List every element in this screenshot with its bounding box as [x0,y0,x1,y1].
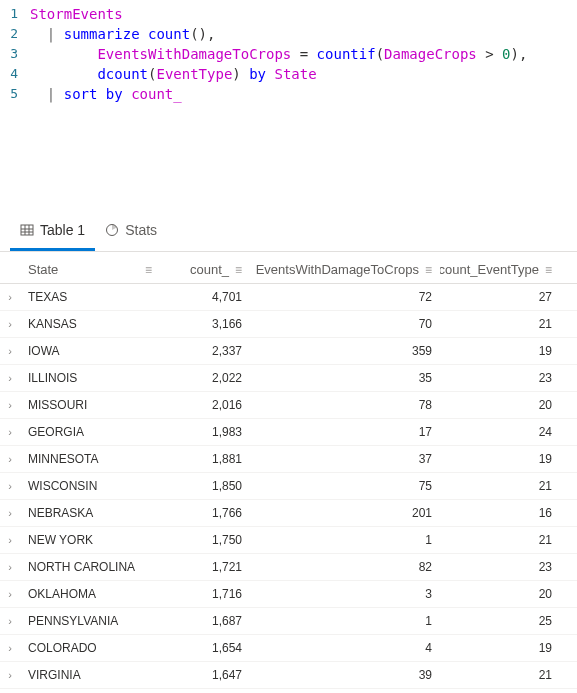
column-header-dcount[interactable]: dcount_EventType ≡ [440,262,560,277]
expand-row-icon[interactable]: › [0,534,20,546]
tab-stats-label: Stats [125,222,157,238]
column-header-label: count_ [190,262,229,277]
cell-state: OKLAHOMA [20,587,160,601]
expand-row-icon[interactable]: › [0,318,20,330]
cell-dcount: 25 [440,614,560,628]
cell-damage: 201 [250,506,440,520]
menu-icon[interactable]: ≡ [545,263,552,277]
column-header-label: State [28,262,58,277]
cell-count: 2,337 [160,344,250,358]
table-row[interactable]: ›NORTH CAROLINA1,7218223 [0,554,577,581]
line-number: 2 [0,24,30,44]
cell-damage: 70 [250,317,440,331]
column-header-label: EventsWithDamageToCrops [256,262,419,277]
cell-dcount: 20 [440,398,560,412]
code-line[interactable]: 2 | summarize count(), [0,24,577,44]
results-table: State ≡ count_ ≡ EventsWithDamageToCrops… [0,252,577,693]
cell-count: 1,850 [160,479,250,493]
column-header-state[interactable]: State ≡ [20,262,160,277]
table-row[interactable]: ›ILLINOIS2,0223523 [0,365,577,392]
cell-damage: 359 [250,344,440,358]
expand-row-icon[interactable]: › [0,642,20,654]
code-content[interactable]: StormEvents [30,4,577,24]
cell-state: MISSOURI [20,398,160,412]
cell-damage: 39 [250,668,440,682]
code-line[interactable]: 3 EventsWithDamageToCrops = countif(Dama… [0,44,577,64]
cell-dcount: 19 [440,344,560,358]
cell-count: 2,022 [160,371,250,385]
spacer [0,114,577,214]
cell-dcount: 27 [440,290,560,304]
code-content[interactable]: | sort by count_ [30,84,577,104]
cell-dcount: 21 [440,479,560,493]
table-row[interactable]: ›MICHIGAN1,637722 [0,689,577,693]
line-number: 4 [0,64,30,84]
expand-row-icon[interactable]: › [0,480,20,492]
table-header-row: State ≡ count_ ≡ EventsWithDamageToCrops… [0,256,577,284]
cell-damage: 72 [250,290,440,304]
cell-state: WISCONSIN [20,479,160,493]
cell-state: ILLINOIS [20,371,160,385]
table-row[interactable]: ›COLORADO1,654419 [0,635,577,662]
menu-icon[interactable]: ≡ [145,263,152,277]
cell-count: 1,750 [160,533,250,547]
table-row[interactable]: ›KANSAS3,1667021 [0,311,577,338]
expand-row-icon[interactable]: › [0,426,20,438]
table-row[interactable]: ›OKLAHOMA1,716320 [0,581,577,608]
expand-row-icon[interactable]: › [0,453,20,465]
code-line[interactable]: 1StormEvents [0,4,577,24]
cell-dcount: 21 [440,317,560,331]
table-row[interactable]: ›PENNSYLVANIA1,687125 [0,608,577,635]
table-row[interactable]: ›WISCONSIN1,8507521 [0,473,577,500]
column-header-damage[interactable]: EventsWithDamageToCrops ≡ [250,262,440,277]
expand-row-icon[interactable]: › [0,669,20,681]
cell-count: 1,721 [160,560,250,574]
expand-row-icon[interactable]: › [0,372,20,384]
svg-rect-0 [21,225,33,235]
table-row[interactable]: ›GEORGIA1,9831724 [0,419,577,446]
table-row[interactable]: ›MINNESOTA1,8813719 [0,446,577,473]
line-number: 5 [0,84,30,104]
column-header-count[interactable]: count_ ≡ [160,262,250,277]
cell-count: 4,701 [160,290,250,304]
expand-header [0,262,20,277]
expand-row-icon[interactable]: › [0,345,20,357]
expand-row-icon[interactable]: › [0,561,20,573]
code-content[interactable]: | summarize count(), [30,24,577,44]
expand-row-icon[interactable]: › [0,291,20,303]
table-icon [20,223,34,237]
table-row[interactable]: ›NEBRASKA1,76620116 [0,500,577,527]
tab-stats[interactable]: Stats [95,214,167,251]
table-row[interactable]: ›TEXAS4,7017227 [0,284,577,311]
menu-icon[interactable]: ≡ [235,263,242,277]
cell-count: 2,016 [160,398,250,412]
expand-row-icon[interactable]: › [0,507,20,519]
table-row[interactable]: ›NEW YORK1,750121 [0,527,577,554]
tab-table-label: Table 1 [40,222,85,238]
expand-row-icon[interactable]: › [0,399,20,411]
table-row[interactable]: ›MISSOURI2,0167820 [0,392,577,419]
tab-table[interactable]: Table 1 [10,214,95,251]
code-editor[interactable]: 1StormEvents2 | summarize count(),3 Even… [0,0,577,114]
code-content[interactable]: dcount(EventType) by State [30,64,577,84]
cell-count: 1,983 [160,425,250,439]
cell-state: TEXAS [20,290,160,304]
cell-state: KANSAS [20,317,160,331]
expand-row-icon[interactable]: › [0,615,20,627]
cell-damage: 37 [250,452,440,466]
table-row[interactable]: ›VIRGINIA1,6473921 [0,662,577,689]
code-line[interactable]: 4 dcount(EventType) by State [0,64,577,84]
stats-icon [105,223,119,237]
table-row[interactable]: ›IOWA2,33735919 [0,338,577,365]
cell-state: NEW YORK [20,533,160,547]
cell-dcount: 24 [440,425,560,439]
cell-damage: 78 [250,398,440,412]
cell-dcount: 23 [440,371,560,385]
cell-dcount: 23 [440,560,560,574]
menu-icon[interactable]: ≡ [425,263,432,277]
cell-count: 1,766 [160,506,250,520]
code-content[interactable]: EventsWithDamageToCrops = countif(Damage… [30,44,577,64]
cell-dcount: 19 [440,641,560,655]
code-line[interactable]: 5 | sort by count_ [0,84,577,104]
expand-row-icon[interactable]: › [0,588,20,600]
